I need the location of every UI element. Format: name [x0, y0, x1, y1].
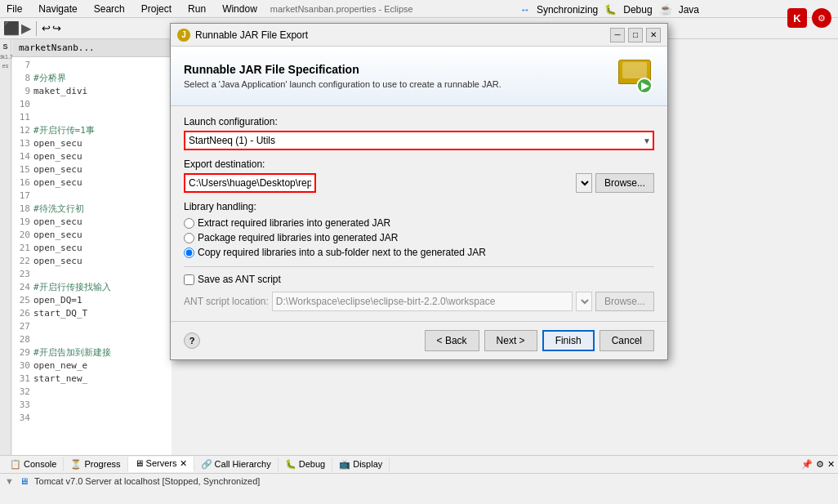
radio-package-input[interactable] [184, 233, 194, 243]
cancel-button[interactable]: Cancel [600, 330, 654, 351]
dialog: J Runnable JAR File Export ─ □ ✕ Runnabl… [170, 23, 668, 360]
dialog-title-text: Runnable JAR File Export [195, 29, 308, 41]
editor-area: marketNsanb... 7 8#分桥界 9maket_divi 10 11… [12, 39, 172, 455]
line-17: 17 [16, 190, 168, 203]
save-ant-label: Save as ANT script [198, 274, 281, 285]
sync-debug-bar: ↔ Synchronizing 🐛 Debug ☕ Java [520, 3, 699, 16]
radio-extract-input[interactable] [184, 218, 194, 229]
minimize-button[interactable]: ─ [610, 28, 625, 42]
console-tab-bar: 📋 Console ⏳ Progress 🖥 Servers ✕ 🔗 Call … [0, 456, 838, 474]
line-23: 23 [16, 268, 168, 281]
toolbar-divider [36, 21, 37, 36]
sidebar-es-label: es [2, 63, 8, 69]
console-icon-1[interactable]: 📌 [801, 459, 813, 470]
tab-debug[interactable]: 🐛 Debug [279, 457, 332, 471]
line-10: 10 [16, 98, 168, 111]
menu-bar: File Navigate Search Project Run Window … [0, 0, 838, 18]
menu-window[interactable]: Window [219, 2, 261, 16]
debug-label: Debug [623, 4, 652, 16]
toolbar-icon-4[interactable]: ↪ [52, 22, 61, 34]
launch-config-row: ▼ [184, 131, 654, 150]
line-32: 32 [16, 386, 168, 399]
line-28: 28 [16, 333, 168, 346]
editor-tab[interactable]: marketNsanb... [12, 39, 172, 57]
maximize-button[interactable]: □ [628, 28, 643, 42]
menu-file[interactable]: File [3, 2, 25, 16]
radio-copy-input[interactable] [184, 248, 194, 258]
radio-copy[interactable]: Copy required libraries into a sub-folde… [184, 247, 654, 258]
radio-package-label: Package required libraries into generate… [198, 232, 398, 243]
line-22: 22open_secu [16, 255, 168, 268]
line-19: 19open_secu [16, 216, 168, 229]
line-8: 8#分桥界 [16, 72, 168, 85]
console-icon-3[interactable]: ✕ [827, 459, 835, 470]
export-dest-dropdown[interactable]: ▼ [576, 173, 592, 193]
export-browse-button[interactable]: Browse... [595, 173, 654, 193]
toolbar-icon-2[interactable]: ▶ [21, 20, 31, 36]
export-dest-label: Export destination: [184, 158, 654, 170]
bottom-console: 📋 Console ⏳ Progress 🖥 Servers ✕ 🔗 Call … [0, 455, 838, 504]
radio-copy-label: Copy required libraries into a sub-folde… [198, 247, 486, 258]
tab-progress[interactable]: ⏳ Progress [64, 457, 127, 471]
menu-run[interactable]: Run [185, 2, 209, 16]
left-sidebar: S [jdk1.7] es [0, 39, 11, 455]
line-13: 13open_secu [16, 137, 168, 150]
line-29: 29#开启告加到新建接 [16, 346, 168, 359]
line-26: 26start_DQ_T [16, 307, 168, 320]
java-icon: ☕ [659, 3, 672, 16]
java-label: Java [679, 4, 699, 16]
toolbar-icon-1[interactable]: ⬛ [3, 20, 20, 36]
ant-script-input [272, 292, 573, 311]
radio-package[interactable]: Package required libraries into generate… [184, 232, 654, 243]
line-20: 20open_secu [16, 229, 168, 242]
dialog-body: Launch configuration: ▼ Export destinati… [171, 106, 667, 321]
menu-navigate[interactable]: Navigate [35, 2, 80, 16]
ant-script-dropdown: ▼ [576, 292, 592, 311]
line-16: 16open_secu [16, 176, 168, 190]
app-icon-2: ⚙ [812, 8, 831, 28]
menu-project[interactable]: Project [138, 2, 175, 16]
radio-extract[interactable]: Extract required libraries into generate… [184, 217, 654, 229]
dialog-header-subtitle: Select a 'Java Application' launch confi… [184, 79, 501, 89]
next-button[interactable]: Next > [484, 330, 537, 351]
menu-search[interactable]: Search [91, 2, 128, 16]
ant-script-row: ANT script location: ▼ Browse... [184, 292, 654, 311]
line-33: 33 [16, 399, 168, 412]
toolbar-icon-3[interactable]: ↩ [42, 22, 51, 34]
tab-servers[interactable]: 🖥 Servers ✕ [128, 457, 194, 472]
line-34: 34 [16, 412, 168, 425]
server-entry: ▼ 🖥 Tomcat v7.0 Server at localhost [Sto… [5, 476, 833, 486]
app-icon: K [787, 8, 807, 28]
launch-config-select[interactable] [184, 131, 654, 150]
close-button[interactable]: ✕ [646, 28, 661, 42]
launch-config-group: Launch configuration: ▼ [184, 116, 654, 150]
finish-button[interactable]: Finish [542, 330, 595, 351]
tab-call-hierarchy[interactable]: 🔗 Call Hierarchy [194, 457, 279, 471]
export-dest-input[interactable] [184, 173, 316, 193]
sidebar-s-label: S [2, 42, 7, 51]
library-handling-title: Library handling: [184, 201, 654, 212]
dialog-title-controls: ─ □ ✕ [610, 28, 661, 42]
server-entry-label: Tomcat v7.0 Server at localhost [Stopped… [34, 476, 260, 486]
tab-display[interactable]: 📺 Display [332, 457, 390, 471]
line-12: 12#开启行传=1事 [16, 124, 168, 137]
line-7: 7 [16, 59, 168, 72]
line-31: 31start_new_ [16, 372, 168, 386]
tab-console[interactable]: 📋 Console [3, 457, 64, 471]
sync-label: Synchronizing [537, 4, 598, 16]
line-14: 14open_secu [16, 150, 168, 163]
back-button[interactable]: < Back [425, 330, 479, 351]
library-handling-group: Library handling: Extract required libra… [184, 201, 654, 258]
dialog-header: Runnable JAR File Specification Select a… [171, 47, 667, 106]
help-button[interactable]: ? [184, 332, 200, 349]
console-icon-2[interactable]: ⚙ [816, 459, 824, 470]
dialog-titlebar: J Runnable JAR File Export ─ □ ✕ [171, 24, 667, 47]
launch-config-select-wrapper: ▼ [184, 131, 654, 150]
line-9: 9maket_divi [16, 85, 168, 98]
save-ant-checkbox[interactable] [184, 274, 194, 285]
dialog-footer: ? < Back Next > Finish Cancel [171, 321, 667, 359]
ant-script-label: ANT script location: [184, 296, 269, 307]
sync-icon: ↔ [520, 4, 530, 16]
top-right-bar: K ⚙ [781, 0, 838, 36]
radio-extract-label: Extract required libraries into generate… [198, 217, 390, 229]
